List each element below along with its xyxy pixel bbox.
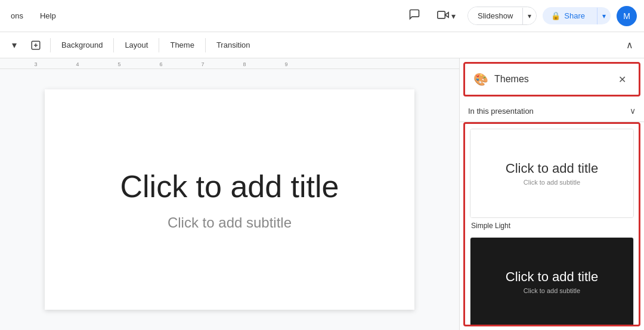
slide[interactable]: Click to add title Click to add subtitle xyxy=(45,89,414,310)
top-bar-right: ▾ Slideshow ▾ 🔒 Share ▾ M xyxy=(404,5,637,27)
ruler-tick-8: 8 xyxy=(243,61,246,67)
camera-button[interactable]: ▾ xyxy=(431,5,462,26)
slide-title[interactable]: Click to add title xyxy=(96,168,363,205)
share-label: Share xyxy=(564,11,585,20)
camera-dropdown-arrow: ▾ xyxy=(451,11,456,21)
theme-preview-light-bg: Click to add title Click to add subtitle xyxy=(470,129,633,217)
ruler-tick-7: 7 xyxy=(201,61,204,67)
user-avatar[interactable]: M xyxy=(617,6,637,26)
toolbar-dropdown-arrow[interactable]: ▾ xyxy=(5,36,24,55)
main-area: 3 4 5 6 7 8 9 Click to add title Click t… xyxy=(0,58,644,330)
theme-preview-simple-dark: Click to add title Click to add subtitle xyxy=(470,237,634,326)
slideshow-main-button[interactable]: Slideshow xyxy=(468,7,522,24)
toolbar-divider-2 xyxy=(113,38,114,52)
share-main-button[interactable]: 🔒 Share xyxy=(543,7,593,24)
themes-list: Click to add title Click to add subtitle… xyxy=(463,122,640,326)
theme-item-simple-dark[interactable]: Click to add title Click to add subtitle… xyxy=(470,237,634,326)
theme-preview-dark-title: Click to add title xyxy=(506,269,598,285)
theme-item-simple-light[interactable]: Click to add title Click to add subtitle… xyxy=(470,129,634,230)
theme-preview-light-subtitle: Click to add subtitle xyxy=(524,179,580,186)
palette-icon: 🎨 xyxy=(473,72,488,86)
theme-name-simple-light: Simple Light xyxy=(470,222,634,230)
toolbar-collapse-button[interactable]: ∧ xyxy=(620,36,639,55)
toolbar-divider-1 xyxy=(50,38,51,52)
themes-panel: 🎨 Themes ✕ In this presentation ∨ Click … xyxy=(459,58,644,330)
slideshow-dropdown-button[interactable]: ▾ xyxy=(522,8,536,24)
comment-icon xyxy=(408,8,420,23)
layout-button[interactable]: Layout xyxy=(119,36,154,55)
themes-title: Themes xyxy=(494,74,608,85)
camera-icon xyxy=(437,9,449,23)
transition-button[interactable]: Transition xyxy=(210,36,256,55)
share-dropdown-button[interactable]: ▾ xyxy=(597,8,611,24)
slide-subtitle[interactable]: Click to add subtitle xyxy=(144,214,315,231)
themes-close-button[interactable]: ✕ xyxy=(614,71,630,88)
theme-preview-simple-light: Click to add title Click to add subtitle xyxy=(470,129,634,218)
comment-button[interactable] xyxy=(404,5,425,27)
themes-section-header[interactable]: In this presentation ∨ xyxy=(460,100,644,122)
top-bar-left: ons Help xyxy=(7,9,60,23)
ruler-tick-4: 4 xyxy=(76,61,79,67)
menu-ons[interactable]: ons xyxy=(7,9,27,23)
themes-header: 🎨 Themes ✕ xyxy=(463,62,640,96)
ruler-tick-5: 5 xyxy=(117,61,120,67)
slideshow-button-group: Slideshow ▾ xyxy=(467,7,537,25)
top-bar: ons Help ▾ Slideshow ▾ 🔒 Sh xyxy=(0,0,644,32)
slide-container: Click to add title Click to add subtitle xyxy=(0,69,459,330)
toolbar-divider-4 xyxy=(205,38,206,52)
theme-button[interactable]: Theme xyxy=(164,36,200,55)
toolbar-divider-3 xyxy=(159,38,159,52)
ruler-tick-3: 3 xyxy=(34,61,37,67)
toolbar-add-button[interactable] xyxy=(26,36,45,55)
ruler: 3 4 5 6 7 8 9 xyxy=(0,58,459,69)
svg-rect-0 xyxy=(438,11,445,18)
menu-help[interactable]: Help xyxy=(36,9,60,23)
ruler-tick-6: 6 xyxy=(159,61,162,67)
toolbar: ▾ Background Layout Theme Transition ∧ xyxy=(0,32,644,58)
share-button-group: 🔒 Share ▾ xyxy=(543,7,611,24)
theme-preview-dark-bg: Click to add title Click to add subtitle xyxy=(470,238,633,326)
themes-section-label: In this presentation xyxy=(468,107,630,116)
theme-preview-light-title: Click to add title xyxy=(506,161,598,176)
themes-section-arrow: ∨ xyxy=(630,106,636,116)
canvas-area: 3 4 5 6 7 8 9 Click to add title Click t… xyxy=(0,58,459,330)
theme-preview-dark-subtitle: Click to add subtitle xyxy=(524,287,580,294)
share-lock-icon: 🔒 xyxy=(551,11,561,20)
background-button[interactable]: Background xyxy=(55,36,109,55)
ruler-tick-9: 9 xyxy=(284,61,287,67)
